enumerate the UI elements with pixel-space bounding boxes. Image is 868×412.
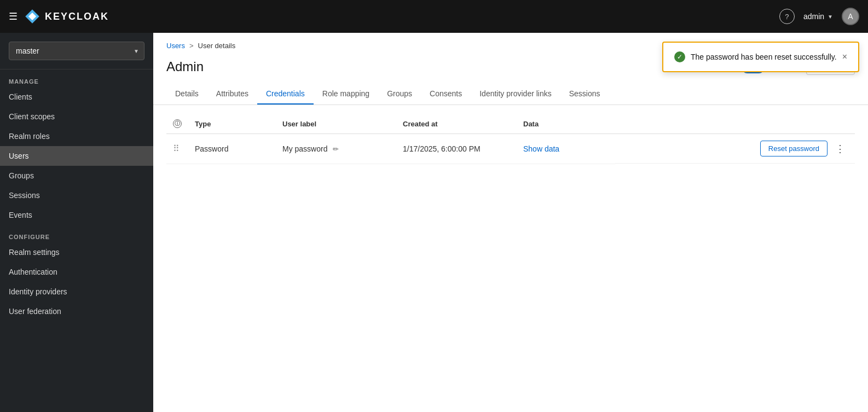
sidebar-item-user-federation[interactable]: User federation — [0, 301, 153, 321]
sidebar: master Manage Clients Client scopes Real… — [0, 33, 153, 412]
page-title: Admin — [166, 59, 204, 74]
breadcrumb-current: User details — [198, 42, 236, 50]
logo-icon — [24, 8, 40, 25]
toast-message: The password has been reset successfully… — [691, 53, 837, 61]
tab-sessions[interactable]: Sessions — [560, 84, 609, 105]
show-data-link[interactable]: Show data — [523, 144, 559, 153]
tab-identity-provider-links[interactable]: Identity provider links — [471, 84, 560, 105]
sidebar-item-authentication[interactable]: Authentication — [0, 262, 153, 282]
tab-attributes[interactable]: Attributes — [207, 84, 257, 105]
sidebar-item-identity-providers[interactable]: Identity providers — [0, 282, 153, 301]
th-user-label: User label — [276, 114, 396, 134]
logo-text: KEYCLOAK — [45, 11, 109, 22]
tab-groups[interactable]: Groups — [378, 84, 421, 105]
credential-type: Password — [195, 144, 228, 153]
th-drag: ⓘ — [166, 114, 188, 134]
help-icon[interactable]: ? — [779, 9, 795, 24]
credentials-table: ⓘ Type User label Created at Data — [166, 114, 855, 164]
tab-details[interactable]: Details — [166, 84, 207, 105]
th-data: Data — [517, 114, 615, 134]
more-actions-button[interactable]: ⋮ — [832, 142, 848, 156]
avatar[interactable]: A — [842, 8, 859, 25]
sidebar-item-events[interactable]: Events — [0, 205, 153, 225]
user-name: admin — [803, 12, 824, 21]
table-row: ⠿ Password My password ✏ 1/17/2025, 6:00… — [166, 134, 855, 164]
sidebar-item-realm-roles[interactable]: Realm roles — [0, 126, 153, 146]
realm-select[interactable]: master — [9, 42, 144, 60]
th-type: Type — [188, 114, 276, 134]
credentials-table-container: ⓘ Type User label Created at Data — [153, 105, 868, 173]
logo: KEYCLOAK — [24, 8, 109, 25]
th-created-at: Created at — [396, 114, 517, 134]
tab-consents[interactable]: Consents — [421, 84, 471, 105]
manage-section-label: Manage — [0, 69, 153, 87]
configure-section-label: Configure — [0, 225, 153, 242]
edit-label-icon[interactable]: ✏ — [333, 145, 339, 153]
topbar: ☰ KEYCLOAK ? admin ▼ A — [0, 0, 868, 33]
chevron-down-icon: ▼ — [828, 14, 833, 20]
sidebar-item-users[interactable]: Users — [0, 146, 153, 166]
success-icon: ✓ — [674, 51, 685, 62]
toast-close-button[interactable]: × — [842, 52, 847, 62]
notification-toast: ✓ The password has been reset successful… — [662, 42, 859, 72]
tab-credentials[interactable]: Credentials — [257, 84, 314, 105]
info-icon[interactable]: ⓘ — [173, 119, 182, 128]
reset-password-button[interactable]: Reset password — [760, 141, 828, 156]
th-actions — [615, 114, 855, 134]
breadcrumb-users-link[interactable]: Users — [166, 42, 185, 50]
tab-role-mapping[interactable]: Role mapping — [314, 84, 378, 105]
breadcrumb-separator: > — [189, 42, 194, 50]
hamburger-menu[interactable]: ☰ — [9, 10, 18, 22]
user-menu[interactable]: admin ▼ — [803, 12, 833, 21]
sidebar-item-clients[interactable]: Clients — [0, 87, 153, 107]
created-at-value: 1/17/2025, 6:00:00 PM — [403, 144, 481, 153]
sidebar-item-sessions[interactable]: Sessions — [0, 185, 153, 205]
content-area: ✓ The password has been reset successful… — [153, 33, 868, 412]
drag-handle-icon[interactable]: ⠿ — [173, 144, 180, 153]
sidebar-item-groups[interactable]: Groups — [0, 166, 153, 185]
user-label-value: My password — [282, 144, 327, 153]
sidebar-item-realm-settings[interactable]: Realm settings — [0, 242, 153, 262]
sidebar-item-client-scopes[interactable]: Client scopes — [0, 107, 153, 126]
tabs-container: Details Attributes Credentials Role mapp… — [153, 84, 868, 105]
realm-selector[interactable]: master — [0, 33, 153, 69]
